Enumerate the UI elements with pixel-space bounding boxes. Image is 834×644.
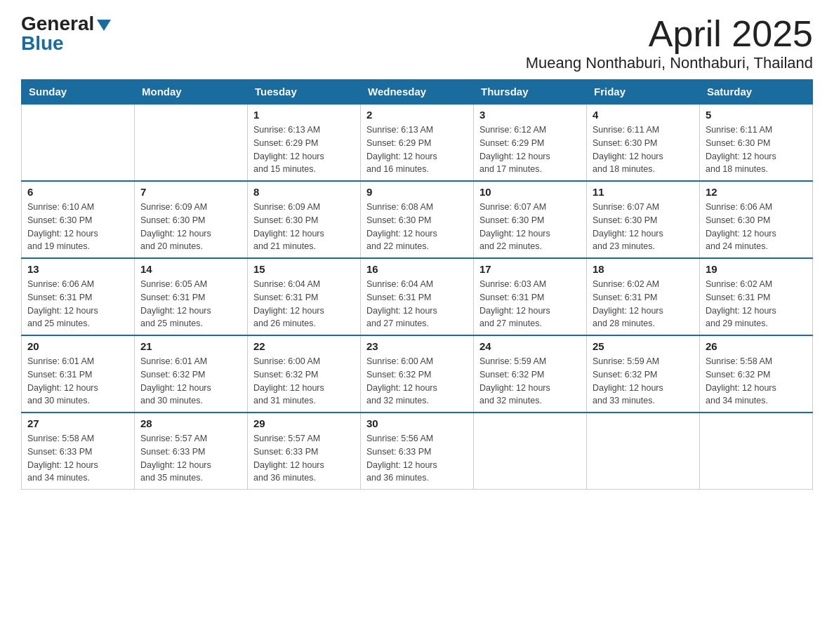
- day-info: Sunrise: 5:56 AMSunset: 6:33 PMDaylight:…: [366, 432, 468, 485]
- day-info: Sunrise: 6:04 AMSunset: 6:31 PMDaylight:…: [253, 278, 355, 330]
- day-number: 10: [479, 186, 581, 198]
- calendar-cell: 28Sunrise: 5:57 AMSunset: 6:33 PMDayligh…: [135, 412, 248, 490]
- calendar-cell: 7Sunrise: 6:09 AMSunset: 6:30 PMDaylight…: [135, 181, 248, 258]
- calendar-cell: 26Sunrise: 5:58 AMSunset: 6:32 PMDayligh…: [700, 335, 813, 412]
- day-info: Sunrise: 5:59 AMSunset: 6:32 PMDaylight:…: [479, 355, 581, 408]
- day-number: 6: [27, 186, 128, 198]
- header-thursday: Thursday: [474, 80, 587, 105]
- day-info: Sunrise: 5:58 AMSunset: 6:33 PMDaylight:…: [27, 432, 128, 485]
- day-info: Sunrise: 6:02 AMSunset: 6:31 PMDaylight:…: [706, 278, 807, 330]
- day-number: 21: [140, 340, 241, 352]
- location-subtitle: Mueang Nonthaburi, Nonthaburi, Thailand: [526, 54, 813, 72]
- day-number: 7: [140, 186, 241, 198]
- calendar-cell: [587, 412, 700, 490]
- calendar-cell: 25Sunrise: 5:59 AMSunset: 6:32 PMDayligh…: [587, 335, 700, 412]
- calendar-cell: 14Sunrise: 6:05 AMSunset: 6:31 PMDayligh…: [135, 258, 248, 335]
- day-info: Sunrise: 6:09 AMSunset: 6:30 PMDaylight:…: [253, 201, 355, 253]
- header-wednesday: Wednesday: [361, 80, 474, 105]
- calendar-week-4: 20Sunrise: 6:01 AMSunset: 6:31 PMDayligh…: [22, 335, 813, 412]
- day-number: 17: [479, 263, 581, 275]
- calendar-week-1: 1Sunrise: 6:13 AMSunset: 6:29 PMDaylight…: [22, 104, 813, 181]
- page-header: General Blue April 2025 Mueang Nonthabur…: [21, 14, 813, 72]
- logo: General Blue: [21, 14, 111, 53]
- day-info: Sunrise: 6:07 AMSunset: 6:30 PMDaylight:…: [479, 201, 581, 253]
- day-info: Sunrise: 6:04 AMSunset: 6:31 PMDaylight:…: [366, 278, 468, 330]
- day-number: 18: [593, 263, 694, 275]
- calendar-cell: [474, 412, 587, 490]
- day-info: Sunrise: 6:03 AMSunset: 6:31 PMDaylight:…: [479, 278, 581, 330]
- day-info: Sunrise: 6:06 AMSunset: 6:31 PMDaylight:…: [27, 278, 128, 330]
- header-friday: Friday: [587, 80, 700, 105]
- calendar-week-2: 6Sunrise: 6:10 AMSunset: 6:30 PMDaylight…: [22, 181, 813, 258]
- header-sunday: Sunday: [22, 80, 135, 105]
- day-number: 20: [27, 340, 128, 352]
- calendar-cell: 29Sunrise: 5:57 AMSunset: 6:33 PMDayligh…: [248, 412, 361, 490]
- day-number: 22: [253, 340, 355, 352]
- day-number: 30: [366, 417, 468, 429]
- day-info: Sunrise: 6:11 AMSunset: 6:30 PMDaylight:…: [706, 123, 807, 176]
- calendar-cell: 3Sunrise: 6:12 AMSunset: 6:29 PMDaylight…: [474, 104, 587, 181]
- day-info: Sunrise: 5:59 AMSunset: 6:32 PMDaylight:…: [593, 355, 694, 408]
- day-number: 2: [366, 109, 468, 121]
- day-info: Sunrise: 6:13 AMSunset: 6:29 PMDaylight:…: [366, 123, 468, 176]
- calendar-cell: 20Sunrise: 6:01 AMSunset: 6:31 PMDayligh…: [22, 335, 135, 412]
- day-number: 9: [366, 186, 468, 198]
- day-number: 19: [706, 263, 807, 275]
- header-saturday: Saturday: [700, 80, 813, 105]
- calendar-cell: 21Sunrise: 6:01 AMSunset: 6:32 PMDayligh…: [135, 335, 248, 412]
- day-number: 16: [366, 263, 468, 275]
- calendar-cell: 12Sunrise: 6:06 AMSunset: 6:30 PMDayligh…: [700, 181, 813, 258]
- calendar-cell: 15Sunrise: 6:04 AMSunset: 6:31 PMDayligh…: [248, 258, 361, 335]
- day-info: Sunrise: 6:06 AMSunset: 6:30 PMDaylight:…: [706, 201, 807, 253]
- calendar-cell: 4Sunrise: 6:11 AMSunset: 6:30 PMDaylight…: [587, 104, 700, 181]
- calendar-week-3: 13Sunrise: 6:06 AMSunset: 6:31 PMDayligh…: [22, 258, 813, 335]
- day-info: Sunrise: 6:13 AMSunset: 6:29 PMDaylight:…: [253, 123, 355, 176]
- calendar-cell: [700, 412, 813, 490]
- day-number: 15: [253, 263, 355, 275]
- day-info: Sunrise: 6:00 AMSunset: 6:32 PMDaylight:…: [366, 355, 468, 408]
- logo-general-text: General: [21, 14, 94, 34]
- calendar-cell: 19Sunrise: 6:02 AMSunset: 6:31 PMDayligh…: [700, 258, 813, 335]
- calendar-cell: 11Sunrise: 6:07 AMSunset: 6:30 PMDayligh…: [587, 181, 700, 258]
- day-number: 26: [706, 340, 807, 352]
- month-title: April 2025: [526, 14, 813, 54]
- calendar-cell: 10Sunrise: 6:07 AMSunset: 6:30 PMDayligh…: [474, 181, 587, 258]
- header-tuesday: Tuesday: [248, 80, 361, 105]
- calendar-cell: 8Sunrise: 6:09 AMSunset: 6:30 PMDaylight…: [248, 181, 361, 258]
- day-number: 8: [253, 186, 355, 198]
- calendar-cell: 17Sunrise: 6:03 AMSunset: 6:31 PMDayligh…: [474, 258, 587, 335]
- day-info: Sunrise: 6:08 AMSunset: 6:30 PMDaylight:…: [366, 201, 468, 253]
- day-info: Sunrise: 5:57 AMSunset: 6:33 PMDaylight:…: [140, 432, 241, 485]
- logo-blue-text: Blue: [21, 34, 64, 53]
- day-number: 1: [253, 109, 355, 121]
- logo-arrow-icon: [97, 20, 111, 31]
- calendar-cell: 13Sunrise: 6:06 AMSunset: 6:31 PMDayligh…: [22, 258, 135, 335]
- calendar-cell: 30Sunrise: 5:56 AMSunset: 6:33 PMDayligh…: [361, 412, 474, 490]
- day-info: Sunrise: 6:00 AMSunset: 6:32 PMDaylight:…: [253, 355, 355, 408]
- title-block: April 2025 Mueang Nonthaburi, Nonthaburi…: [526, 14, 813, 72]
- day-number: 25: [593, 340, 694, 352]
- day-info: Sunrise: 6:10 AMSunset: 6:30 PMDaylight:…: [27, 201, 128, 253]
- day-number: 13: [27, 263, 128, 275]
- day-info: Sunrise: 6:11 AMSunset: 6:30 PMDaylight:…: [593, 123, 694, 176]
- day-info: Sunrise: 6:01 AMSunset: 6:32 PMDaylight:…: [140, 355, 241, 408]
- calendar-cell: 27Sunrise: 5:58 AMSunset: 6:33 PMDayligh…: [22, 412, 135, 490]
- day-info: Sunrise: 6:12 AMSunset: 6:29 PMDaylight:…: [479, 123, 581, 176]
- header-monday: Monday: [135, 80, 248, 105]
- calendar-week-5: 27Sunrise: 5:58 AMSunset: 6:33 PMDayligh…: [22, 412, 813, 490]
- day-number: 11: [593, 186, 694, 198]
- calendar-cell: [135, 104, 248, 181]
- day-number: 14: [140, 263, 241, 275]
- calendar-cell: 9Sunrise: 6:08 AMSunset: 6:30 PMDaylight…: [361, 181, 474, 258]
- day-info: Sunrise: 6:07 AMSunset: 6:30 PMDaylight:…: [593, 201, 694, 253]
- day-info: Sunrise: 6:05 AMSunset: 6:31 PMDaylight:…: [140, 278, 241, 330]
- calendar-header-row: SundayMondayTuesdayWednesdayThursdayFrid…: [22, 80, 813, 105]
- calendar-cell: 16Sunrise: 6:04 AMSunset: 6:31 PMDayligh…: [361, 258, 474, 335]
- day-info: Sunrise: 5:57 AMSunset: 6:33 PMDaylight:…: [253, 432, 355, 485]
- calendar-cell: 23Sunrise: 6:00 AMSunset: 6:32 PMDayligh…: [361, 335, 474, 412]
- calendar-table: SundayMondayTuesdayWednesdayThursdayFrid…: [21, 79, 813, 490]
- day-number: 4: [593, 109, 694, 121]
- day-info: Sunrise: 6:01 AMSunset: 6:31 PMDaylight:…: [27, 355, 128, 408]
- day-number: 27: [27, 417, 128, 429]
- calendar-cell: 22Sunrise: 6:00 AMSunset: 6:32 PMDayligh…: [248, 335, 361, 412]
